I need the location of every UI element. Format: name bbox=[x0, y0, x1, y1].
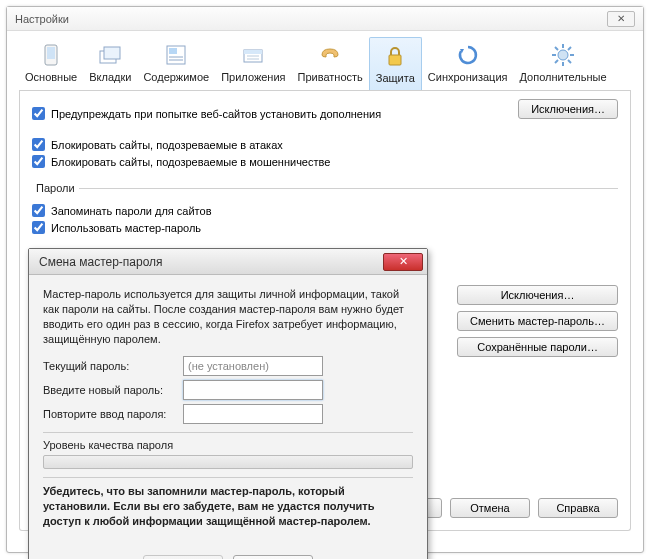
passwords-fieldset: Пароли Запоминать пароли для сайтов Испо… bbox=[32, 182, 618, 238]
svg-rect-5 bbox=[169, 48, 177, 54]
tab-tabs[interactable]: Вкладки bbox=[83, 37, 137, 90]
block-attack-row: Блокировать сайты, подозреваемые в атака… bbox=[32, 138, 618, 151]
current-password-field[interactable]: (не установлен) bbox=[183, 356, 323, 376]
svg-rect-12 bbox=[389, 55, 401, 65]
passwords-legend: Пароли bbox=[32, 182, 79, 194]
tab-label: Дополнительные bbox=[519, 71, 606, 83]
tab-advanced[interactable]: Дополнительные bbox=[513, 37, 612, 90]
cancel-button[interactable]: Отмена bbox=[450, 498, 530, 518]
svg-line-21 bbox=[555, 60, 558, 63]
svg-line-22 bbox=[568, 47, 571, 50]
dialog-titlebar: Смена мастер-пароля ✕ bbox=[29, 249, 427, 275]
help-button[interactable]: Справка bbox=[538, 498, 618, 518]
apps-icon bbox=[239, 41, 267, 69]
tabs-icon bbox=[96, 41, 124, 69]
block-attack-checkbox[interactable] bbox=[32, 138, 45, 151]
passwords-exceptions-button[interactable]: Исключения… bbox=[457, 285, 618, 305]
block-forgery-label: Блокировать сайты, подозреваемые в мошен… bbox=[51, 156, 330, 168]
dialog-body: Мастер-пароль используется для защиты ли… bbox=[29, 275, 427, 549]
dialog-cancel-button[interactable]: Отмена bbox=[233, 555, 313, 559]
addons-exceptions-button[interactable]: Исключения… bbox=[518, 99, 618, 119]
remember-checkbox[interactable] bbox=[32, 204, 45, 217]
passwords-buttons: Исключения… Сменить мастер-пароль… Сохра… bbox=[457, 285, 618, 357]
tab-label: Защита bbox=[376, 72, 415, 84]
warn-addons-checkbox[interactable] bbox=[32, 107, 45, 120]
remember-row: Запоминать пароли для сайтов bbox=[32, 204, 618, 217]
tab-content[interactable]: Содержимое bbox=[137, 37, 215, 90]
current-password-label: Текущий пароль: bbox=[43, 360, 183, 372]
repeat-password-input[interactable] bbox=[183, 404, 323, 424]
sync-icon bbox=[454, 41, 482, 69]
window-close-button[interactable]: ✕ bbox=[607, 11, 635, 27]
block-attack-label: Блокировать сайты, подозреваемые в атака… bbox=[51, 139, 283, 151]
lock-icon bbox=[381, 42, 409, 70]
gear-icon bbox=[549, 41, 577, 69]
tab-security[interactable]: Защита bbox=[369, 37, 422, 90]
dialog-title: Смена мастер-пароля bbox=[39, 255, 383, 269]
tab-general[interactable]: Основные bbox=[19, 37, 83, 90]
dialog-intro: Мастер-пароль используется для защиты ли… bbox=[43, 287, 413, 346]
window-title: Настройки bbox=[15, 13, 607, 25]
tab-sync[interactable]: Синхронизация bbox=[422, 37, 514, 90]
svg-line-19 bbox=[555, 47, 558, 50]
svg-rect-1 bbox=[47, 47, 55, 59]
change-master-button[interactable]: Сменить мастер-пароль… bbox=[457, 311, 618, 331]
svg-rect-3 bbox=[104, 47, 120, 59]
dialog-close-button[interactable]: ✕ bbox=[383, 253, 423, 271]
repeat-password-label: Повторите ввод пароля: bbox=[43, 408, 183, 420]
saved-passwords-button[interactable]: Сохранённые пароли… bbox=[457, 337, 618, 357]
dialog-form: Текущий пароль: (не установлен) Введите … bbox=[43, 356, 413, 424]
master-label: Использовать мастер-пароль bbox=[51, 222, 201, 234]
tab-privacy[interactable]: Приватность bbox=[292, 37, 369, 90]
privacy-icon bbox=[316, 41, 344, 69]
warn-addons-label: Предупреждать при попытке веб-сайтов уст… bbox=[51, 108, 381, 120]
quality-label: Уровень качества пароля bbox=[43, 439, 413, 451]
remember-label: Запоминать пароли для сайтов bbox=[51, 205, 212, 217]
master-row: Использовать мастер-пароль bbox=[32, 221, 618, 234]
master-checkbox[interactable] bbox=[32, 221, 45, 234]
general-icon bbox=[37, 41, 65, 69]
tab-apps[interactable]: Приложения bbox=[215, 37, 291, 90]
dialog-ok-button[interactable]: OK bbox=[143, 555, 223, 559]
tab-label: Приложения bbox=[221, 71, 285, 83]
block-forgery-checkbox[interactable] bbox=[32, 155, 45, 168]
svg-point-14 bbox=[558, 50, 568, 60]
dialog-buttons: OK Отмена bbox=[29, 549, 427, 559]
tab-label: Содержимое bbox=[143, 71, 209, 83]
separator bbox=[43, 432, 413, 433]
new-password-label: Введите новый пароль: bbox=[43, 384, 183, 396]
svg-line-20 bbox=[568, 60, 571, 63]
block-forgery-row: Блокировать сайты, подозреваемые в мошен… bbox=[32, 155, 618, 168]
dialog-warning: Убедитесь, что вы запомнили мастер-парол… bbox=[43, 484, 413, 529]
tab-label: Основные bbox=[25, 71, 77, 83]
tab-label: Приватность bbox=[298, 71, 363, 83]
content-icon bbox=[162, 41, 190, 69]
svg-rect-9 bbox=[244, 50, 262, 54]
titlebar: Настройки ✕ bbox=[7, 7, 643, 31]
new-password-input[interactable] bbox=[183, 380, 323, 400]
tabbar: Основные Вкладки Содержимое Приложения П… bbox=[19, 37, 631, 91]
tab-label: Вкладки bbox=[89, 71, 131, 83]
change-master-password-dialog: Смена мастер-пароля ✕ Мастер-пароль испо… bbox=[28, 248, 428, 559]
password-quality-meter bbox=[43, 455, 413, 469]
separator bbox=[43, 477, 413, 478]
tab-label: Синхронизация bbox=[428, 71, 508, 83]
